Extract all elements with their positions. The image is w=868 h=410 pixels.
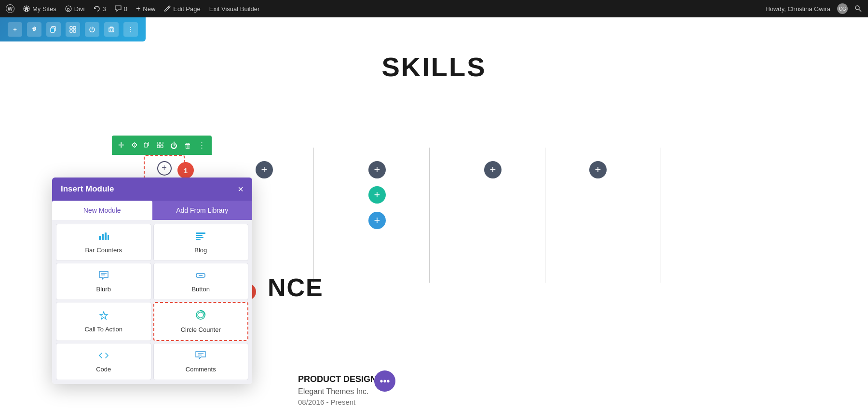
revisions-icon xyxy=(94,5,100,12)
bar-counters-icon xyxy=(98,231,109,244)
exit-builder-link[interactable]: Exit Visual Builder xyxy=(209,5,260,13)
col2-add-teal-button[interactable]: + xyxy=(368,186,386,204)
job-date: 08/2016 - Present xyxy=(298,398,389,406)
gear-icon xyxy=(31,26,38,33)
svg-rect-12 xyxy=(70,30,72,32)
svg-rect-23 xyxy=(161,145,163,148)
blurb-icon xyxy=(98,270,109,283)
module-power-button[interactable]: ⏻ xyxy=(169,141,179,150)
settings-button[interactable] xyxy=(27,22,41,37)
copy-icon xyxy=(144,142,150,148)
new-link[interactable]: + New xyxy=(136,4,155,13)
wp-icon: W xyxy=(6,4,14,13)
comments-link[interactable]: 0 xyxy=(115,5,127,13)
add-section-button[interactable]: + xyxy=(8,22,22,37)
edit-page-link[interactable]: Edit Page xyxy=(164,5,200,13)
svg-text:D: D xyxy=(67,7,70,12)
edit-icon xyxy=(164,5,171,12)
module-bar-counters[interactable]: Bar Counters xyxy=(56,224,151,261)
module-blog[interactable]: Blog xyxy=(153,224,249,261)
revisions-link[interactable]: 3 xyxy=(94,5,106,13)
module-blurb[interactable]: Blurb xyxy=(56,263,151,300)
add-module-button[interactable]: + xyxy=(157,161,172,176)
col2-add-button[interactable]: + xyxy=(368,161,386,178)
module-circle-counter[interactable]: Circle Counter xyxy=(153,302,249,341)
module-delete-button[interactable]: 🗑 xyxy=(183,141,193,150)
module-comments[interactable]: Comments xyxy=(153,343,249,380)
trash-icon xyxy=(108,26,115,33)
svg-rect-30 xyxy=(196,237,203,238)
module-button[interactable]: Button xyxy=(153,263,249,300)
module-settings-button[interactable]: ⚙ xyxy=(130,141,139,150)
search-icon[interactable] xyxy=(854,5,862,13)
svg-rect-10 xyxy=(70,27,72,29)
circle-counter-icon xyxy=(195,310,206,323)
comments-icon xyxy=(195,350,206,363)
module-label: Button xyxy=(191,286,210,293)
call-to-action-icon xyxy=(98,310,109,323)
module-call-to-action[interactable]: Call To Action xyxy=(56,302,151,341)
module-grid: Bar Counters Blog Blurb Bu xyxy=(52,220,252,384)
module-label: Blog xyxy=(194,246,207,254)
step-1-badge: 1 xyxy=(177,162,194,178)
col1-add-button[interactable]: + xyxy=(256,161,273,178)
grid-icon xyxy=(69,26,76,33)
module-label: Call To Action xyxy=(84,326,122,333)
divi-label: Divi xyxy=(74,5,85,13)
code-icon xyxy=(98,350,109,363)
edit-page-label: Edit Page xyxy=(173,5,200,13)
skills-title: SKILLS xyxy=(29,51,839,82)
copy-icon xyxy=(50,26,57,33)
module-move-button[interactable]: ✛ xyxy=(117,141,126,150)
tab-add-from-library[interactable]: Add From Library xyxy=(152,201,253,220)
svg-rect-11 xyxy=(73,27,76,29)
col3-add-button[interactable]: + xyxy=(484,161,502,178)
grid-button[interactable] xyxy=(66,22,80,37)
wp-logo[interactable]: W xyxy=(6,4,14,13)
svg-point-37 xyxy=(198,312,203,318)
svg-rect-31 xyxy=(196,239,201,240)
svg-rect-14 xyxy=(109,28,114,32)
tab-new-module[interactable]: New Module xyxy=(52,201,152,220)
module-more-button[interactable]: ⋮ xyxy=(197,141,207,150)
svg-point-5 xyxy=(855,6,859,10)
svg-rect-29 xyxy=(196,235,203,236)
more-options-dots-button[interactable]: ••• xyxy=(374,370,395,392)
divider-4 xyxy=(661,148,661,283)
module-copy-button[interactable] xyxy=(143,141,152,150)
col4-add-button[interactable]: + xyxy=(589,161,607,178)
panel-title: Insert Module xyxy=(61,184,114,194)
panel-header: Insert Module × xyxy=(52,178,252,201)
my-sites-link[interactable]: My Sites xyxy=(23,5,56,13)
power-button[interactable] xyxy=(85,22,99,37)
comments-icon xyxy=(115,5,122,12)
module-label: Code xyxy=(96,366,111,373)
panel-tabs: New Module Add From Library xyxy=(52,201,252,220)
module-label: Circle Counter xyxy=(181,326,221,333)
svg-rect-21 xyxy=(161,142,163,144)
module-label: Comments xyxy=(186,366,216,373)
col2-add-blue-button[interactable]: + xyxy=(368,212,386,229)
module-toolbar: ✛ ⚙ ⏻ 🗑 ⋮ xyxy=(112,136,212,155)
home-icon xyxy=(23,5,30,12)
svg-text:W: W xyxy=(8,6,13,12)
module-grid-button[interactable] xyxy=(156,141,165,150)
svg-rect-26 xyxy=(105,232,107,240)
divi-link[interactable]: D Divi xyxy=(65,5,85,13)
experience-label: NCE xyxy=(268,273,324,302)
more-options-button[interactable]: ⋮ xyxy=(123,22,138,37)
builder-toolbar: + ⋮ xyxy=(0,17,146,41)
revisions-count: 3 xyxy=(103,5,106,13)
panel-close-button[interactable]: × xyxy=(238,184,244,194)
new-label: New xyxy=(143,5,155,13)
job-info: PRODUCT DESIGNER Elegant Themes Inc. 08/… xyxy=(298,331,389,406)
delete-button[interactable] xyxy=(104,22,119,37)
duplicate-button[interactable] xyxy=(46,22,61,37)
insert-module-panel: Insert Module × New Module Add From Libr… xyxy=(52,178,252,384)
admin-bar-right: Howdy, Christina Gwira CG xyxy=(765,3,862,14)
svg-rect-24 xyxy=(99,236,101,240)
power-icon xyxy=(89,26,95,33)
module-code[interactable]: Code xyxy=(56,343,151,380)
grid-icon xyxy=(157,142,163,148)
svg-rect-27 xyxy=(108,235,109,240)
